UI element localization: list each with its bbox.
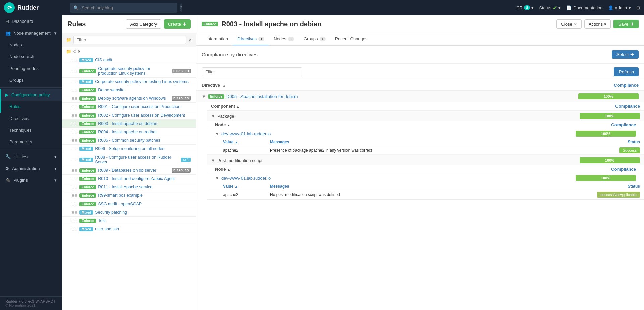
actions-chevron-icon: ▾ xyxy=(604,21,606,27)
help-icon[interactable]: ? xyxy=(180,3,182,12)
rules-filter-input[interactable] xyxy=(73,36,186,44)
admin-menu[interactable]: 👤 admin ▾ xyxy=(608,5,631,10)
rule-item[interactable]: ⊞⊟ Enforce Deploy software agents on Win… xyxy=(62,94,196,103)
sidebar-label-administration: Administration xyxy=(12,166,40,171)
rule-icons: ⊞⊟ xyxy=(71,105,77,109)
documentation-link[interactable]: 📄 Documentation xyxy=(566,5,602,10)
sidebar-label-plugins: Plugins xyxy=(13,178,28,183)
add-category-button[interactable]: Add Category xyxy=(126,19,161,29)
directive-header[interactable]: ▼ Enforce D005 - Apache installation for… xyxy=(196,91,644,102)
category-name: CIS xyxy=(73,49,81,54)
sidebar-item-parameters[interactable]: Parameters xyxy=(0,136,62,148)
search-icon: 🔍 xyxy=(73,5,79,10)
sidebar-item-rules[interactable]: Rules xyxy=(0,101,62,113)
component-name: Package xyxy=(217,114,580,119)
sidebar-item-configuration-policy[interactable]: ▶ Configuration policy xyxy=(0,89,62,101)
node-name: dev-www-01.lab.rudder.io xyxy=(221,131,576,136)
actions-button[interactable]: Actions ▾ xyxy=(584,19,611,29)
rule-badge: Enforce xyxy=(79,202,96,206)
create-label: Create xyxy=(168,21,181,27)
tab-directives[interactable]: Directives1 xyxy=(233,33,269,45)
refresh-button[interactable]: Refresh xyxy=(614,67,639,76)
select-button[interactable]: Select ✚ xyxy=(612,50,639,59)
config-icon: ▶ xyxy=(5,92,9,97)
rule-item[interactable]: ⊞⊟ Mixed Security patching xyxy=(62,208,196,217)
compliance-col-header: Compliance xyxy=(572,83,639,88)
rule-item[interactable]: ⊞⊟ Enforce R99-smart pos example xyxy=(62,191,196,200)
component-toggle-icon[interactable]: ▼ xyxy=(211,158,215,163)
sidebar-item-groups[interactable]: Groups xyxy=(0,74,62,86)
component-sort-icon[interactable]: ▲ xyxy=(236,105,240,108)
status-cell: Success xyxy=(573,148,640,153)
search-input[interactable] xyxy=(82,5,174,10)
tab-nodes[interactable]: Nodes1 xyxy=(269,33,299,45)
directive-toggle-icon[interactable]: ▼ xyxy=(202,94,206,99)
rule-icons: ⊞⊟ xyxy=(71,96,77,101)
rule-item[interactable]: ⊞⊟ Enforce Test xyxy=(62,217,196,225)
rule-item[interactable]: ⊞⊟ Mixed user and ssh xyxy=(62,225,196,233)
sidebar-item-pending-nodes[interactable]: Pending nodes xyxy=(0,62,62,74)
directive-sort-icon[interactable]: ▲ xyxy=(223,84,226,87)
sidebar-item-techniques[interactable]: Techniques xyxy=(0,124,62,136)
status-badge[interactable]: Status ✔ ▾ xyxy=(539,5,561,11)
rule-item[interactable]: ⊞⊟ Enforce R002 - Configure user access … xyxy=(62,111,196,120)
rule-badge: Mixed xyxy=(79,210,93,215)
close-button[interactable]: Close ✕ xyxy=(556,19,581,29)
rule-item[interactable]: ⊞⊟ Enforce R011 - Install Apache service xyxy=(62,183,196,191)
rule-item[interactable]: ⊞⊟ Enforce R010 - Install and configure … xyxy=(62,175,196,183)
window-icon[interactable]: ⊞ xyxy=(636,5,640,10)
directive-filter-input[interactable] xyxy=(202,67,302,76)
rule-item[interactable]: ⊞⊟ Enforce R004 - Install apache on redh… xyxy=(62,128,196,136)
value-sort-icon[interactable]: ▲ xyxy=(235,185,238,188)
node-toggle-icon[interactable]: ▼ xyxy=(215,176,219,181)
sidebar-item-node-management[interactable]: 👥 Node management ▾ xyxy=(0,27,62,39)
tab-information[interactable]: Information xyxy=(202,33,233,45)
sidebar-item-administration[interactable]: ⚙ Administration ▾ xyxy=(0,163,62,174)
app-logo[interactable]: ⟳ Rudder xyxy=(4,2,66,13)
rule-item[interactable]: ⊞⊟ Enforce R003 - Install apache on debi… xyxy=(62,120,196,128)
sidebar-item-utilities[interactable]: 🔧 Utilities ▾ xyxy=(0,151,62,163)
node-toggle-icon[interactable]: ▼ xyxy=(215,131,219,136)
rule-item[interactable]: ⊞⊟ Enforce R001 - Configure user access … xyxy=(62,103,196,111)
search-bar[interactable]: 🔍 xyxy=(70,3,177,13)
rule-item[interactable]: ⊞⊟ Mixed Corporate security policy for t… xyxy=(62,78,196,86)
component-compliance-bar: 100% xyxy=(580,113,640,119)
rule-icons: ⊞⊟ xyxy=(71,122,77,126)
tab-count: 1 xyxy=(288,37,294,41)
rule-item[interactable]: ⊞⊟ Mixed R008 - Configure user access on… xyxy=(62,153,196,166)
rule-item[interactable]: ⊞⊟ Enforce Corporate security policy for… xyxy=(62,64,196,78)
node-mgmt-icon: 👥 xyxy=(5,31,11,36)
save-button[interactable]: Save ⬇ xyxy=(613,20,639,28)
rule-icons: ⊞⊟ xyxy=(71,177,77,181)
rule-item[interactable]: ⊞⊟ Mixed R006 - Setup monitoring on all … xyxy=(62,145,196,153)
sidebar-item-dashboard[interactable]: ⊞ Dashboard xyxy=(0,15,62,27)
rule-name: R011 - Install Apache service xyxy=(98,185,191,189)
node-sort-icon[interactable]: ▲ xyxy=(227,123,230,127)
clear-filter-icon[interactable]: ✕ xyxy=(188,37,192,42)
rule-badge: Enforce xyxy=(79,168,96,173)
create-button[interactable]: Create ✚ xyxy=(164,19,191,29)
sidebar: ⊞ Dashboard 👥 Node management ▾ Nodes No… xyxy=(0,15,62,310)
sidebar-item-node-search[interactable]: Node search xyxy=(0,51,62,62)
node-sort-icon[interactable]: ▲ xyxy=(227,168,230,171)
component-toggle-icon[interactable]: ▼ xyxy=(211,114,215,119)
rule-item[interactable]: ⊞⊟ Enforce R009 - Databases on db server… xyxy=(62,166,196,175)
rule-item[interactable]: ⊞⊟ Mixed CIS audit xyxy=(62,56,196,64)
tab-groups[interactable]: Groups1 xyxy=(299,33,330,45)
sidebar-item-plugins[interactable]: 🔌 Plugins ▾ xyxy=(0,174,62,186)
cr-badge[interactable]: CR 8 ▾ xyxy=(516,5,534,10)
sidebar-label-nodes: Nodes xyxy=(9,42,22,47)
sidebar-item-nodes[interactable]: Nodes xyxy=(0,39,62,51)
select-label: Select xyxy=(616,52,629,57)
rule-badge: Mixed xyxy=(79,147,93,151)
rule-item[interactable]: ⊞⊟ Enforce SSG audit - openSCAP xyxy=(62,200,196,208)
rule-badge: Mixed xyxy=(79,158,93,162)
sidebar-item-directives[interactable]: Directives xyxy=(0,113,62,124)
rule-name: R004 - Install apache on redhat xyxy=(98,130,191,134)
value-sort-icon[interactable]: ▲ xyxy=(235,140,238,144)
tab-recent_changes[interactable]: Recent Changes xyxy=(330,33,372,45)
rule-name: R002 - Configure user access on Developm… xyxy=(98,113,191,118)
rule-item[interactable]: ⊞⊟ Enforce Demo website xyxy=(62,86,196,94)
rule-item[interactable]: ⊞⊟ Enforce R005 - Common security patche… xyxy=(62,136,196,145)
external-window-icon: ⊞ xyxy=(636,5,640,10)
